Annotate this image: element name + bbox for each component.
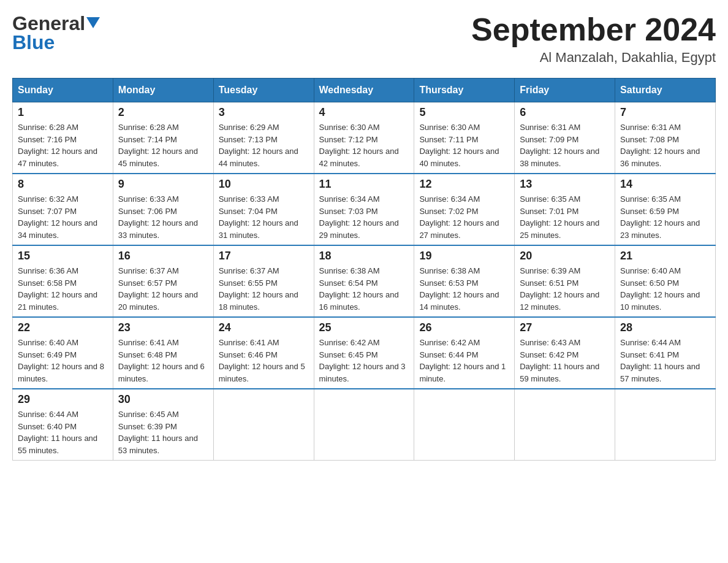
- table-row: 4Sunrise: 6:30 AM Sunset: 7:12 PM Daylig…: [314, 102, 414, 174]
- day-number: 7: [620, 106, 710, 119]
- day-info: Sunrise: 6:38 AM Sunset: 6:53 PM Dayligh…: [419, 265, 509, 313]
- table-row: 28Sunrise: 6:44 AM Sunset: 6:41 PM Dayli…: [615, 317, 716, 389]
- header-sunday: Sunday: [13, 79, 113, 102]
- day-info: Sunrise: 6:40 AM Sunset: 6:49 PM Dayligh…: [18, 337, 108, 385]
- header-thursday: Thursday: [414, 79, 515, 102]
- day-info: Sunrise: 6:30 AM Sunset: 7:12 PM Dayligh…: [319, 121, 409, 169]
- table-row: 7Sunrise: 6:31 AM Sunset: 7:08 PM Daylig…: [615, 102, 716, 174]
- day-number: 5: [419, 106, 509, 119]
- day-info: Sunrise: 6:44 AM Sunset: 6:40 PM Dayligh…: [18, 408, 108, 456]
- table-row: 18Sunrise: 6:38 AM Sunset: 6:54 PM Dayli…: [314, 245, 414, 317]
- day-number: 22: [18, 321, 108, 334]
- day-number: 13: [520, 178, 610, 191]
- table-row: 22Sunrise: 6:40 AM Sunset: 6:49 PM Dayli…: [13, 317, 113, 389]
- header-tuesday: Tuesday: [213, 79, 314, 102]
- day-info: Sunrise: 6:42 AM Sunset: 6:44 PM Dayligh…: [419, 337, 509, 385]
- table-row: 24Sunrise: 6:41 AM Sunset: 6:46 PM Dayli…: [213, 317, 314, 389]
- table-row: 29Sunrise: 6:44 AM Sunset: 6:40 PM Dayli…: [13, 389, 113, 461]
- table-row: 13Sunrise: 6:35 AM Sunset: 7:01 PM Dayli…: [515, 174, 615, 245]
- logo-blue-text: Blue: [12, 31, 55, 54]
- table-row: 16Sunrise: 6:37 AM Sunset: 6:57 PM Dayli…: [113, 245, 213, 317]
- day-info: Sunrise: 6:41 AM Sunset: 6:48 PM Dayligh…: [118, 337, 208, 385]
- day-number: 24: [219, 321, 309, 334]
- day-info: Sunrise: 6:41 AM Sunset: 6:46 PM Dayligh…: [219, 337, 309, 385]
- table-row: 14Sunrise: 6:35 AM Sunset: 6:59 PM Dayli…: [615, 174, 716, 245]
- day-info: Sunrise: 6:30 AM Sunset: 7:11 PM Dayligh…: [419, 121, 509, 169]
- day-number: 30: [118, 393, 208, 406]
- table-row: 5Sunrise: 6:30 AM Sunset: 7:11 PM Daylig…: [414, 102, 515, 174]
- table-row: 15Sunrise: 6:36 AM Sunset: 6:58 PM Dayli…: [13, 245, 113, 317]
- day-info: Sunrise: 6:28 AM Sunset: 7:14 PM Dayligh…: [118, 121, 208, 169]
- header-saturday: Saturday: [615, 79, 716, 102]
- table-row: 27Sunrise: 6:43 AM Sunset: 6:42 PM Dayli…: [515, 317, 615, 389]
- table-row: 1Sunrise: 6:28 AM Sunset: 7:16 PM Daylig…: [13, 102, 113, 174]
- day-number: 25: [319, 321, 409, 334]
- page-header: General Blue September 2024 Al Manzalah,…: [12, 12, 716, 66]
- day-info: Sunrise: 6:45 AM Sunset: 6:39 PM Dayligh…: [118, 408, 208, 456]
- location-subtitle: Al Manzalah, Dakahlia, Egypt: [471, 50, 716, 66]
- table-row: [213, 389, 314, 461]
- header-monday: Monday: [113, 79, 213, 102]
- calendar-header-row: Sunday Monday Tuesday Wednesday Thursday…: [13, 79, 716, 102]
- day-number: 18: [319, 250, 409, 262]
- day-number: 20: [520, 250, 610, 262]
- table-row: 19Sunrise: 6:38 AM Sunset: 6:53 PM Dayli…: [414, 245, 515, 317]
- day-info: Sunrise: 6:33 AM Sunset: 7:04 PM Dayligh…: [219, 193, 309, 241]
- day-number: 19: [419, 250, 509, 262]
- month-title: September 2024: [471, 12, 716, 47]
- table-row: 21Sunrise: 6:40 AM Sunset: 6:50 PM Dayli…: [615, 245, 716, 317]
- day-info: Sunrise: 6:38 AM Sunset: 6:54 PM Dayligh…: [319, 265, 409, 313]
- day-info: Sunrise: 6:34 AM Sunset: 7:02 PM Dayligh…: [419, 193, 509, 241]
- table-row: 10Sunrise: 6:33 AM Sunset: 7:04 PM Dayli…: [213, 174, 314, 245]
- table-row: [314, 389, 414, 461]
- table-row: 20Sunrise: 6:39 AM Sunset: 6:51 PM Dayli…: [515, 245, 615, 317]
- day-number: 10: [219, 178, 309, 191]
- table-row: [515, 389, 615, 461]
- day-info: Sunrise: 6:32 AM Sunset: 7:07 PM Dayligh…: [18, 193, 108, 241]
- table-row: 23Sunrise: 6:41 AM Sunset: 6:48 PM Dayli…: [113, 317, 213, 389]
- logo: General Blue: [12, 12, 100, 54]
- table-row: 6Sunrise: 6:31 AM Sunset: 7:09 PM Daylig…: [515, 102, 615, 174]
- logo-arrow-icon: [86, 17, 100, 31]
- table-row: 8Sunrise: 6:32 AM Sunset: 7:07 PM Daylig…: [13, 174, 113, 245]
- title-area: September 2024 Al Manzalah, Dakahlia, Eg…: [471, 12, 716, 66]
- table-row: 30Sunrise: 6:45 AM Sunset: 6:39 PM Dayli…: [113, 389, 213, 461]
- table-row: [615, 389, 716, 461]
- day-info: Sunrise: 6:34 AM Sunset: 7:03 PM Dayligh…: [319, 193, 409, 241]
- day-info: Sunrise: 6:42 AM Sunset: 6:45 PM Dayligh…: [319, 337, 409, 385]
- day-info: Sunrise: 6:39 AM Sunset: 6:51 PM Dayligh…: [520, 265, 610, 313]
- day-number: 2: [118, 106, 208, 119]
- day-info: Sunrise: 6:43 AM Sunset: 6:42 PM Dayligh…: [520, 337, 610, 385]
- day-info: Sunrise: 6:40 AM Sunset: 6:50 PM Dayligh…: [620, 265, 710, 313]
- day-number: 17: [219, 250, 309, 262]
- day-number: 3: [219, 106, 309, 119]
- day-number: 27: [520, 321, 610, 334]
- day-info: Sunrise: 6:37 AM Sunset: 6:55 PM Dayligh…: [219, 265, 309, 313]
- calendar-table: Sunday Monday Tuesday Wednesday Thursday…: [12, 78, 716, 461]
- day-info: Sunrise: 6:44 AM Sunset: 6:41 PM Dayligh…: [620, 337, 710, 385]
- day-number: 12: [419, 178, 509, 191]
- day-number: 9: [118, 178, 208, 191]
- day-number: 8: [18, 178, 108, 191]
- svg-marker-0: [86, 17, 100, 28]
- day-info: Sunrise: 6:31 AM Sunset: 7:08 PM Dayligh…: [620, 121, 710, 169]
- table-row: 12Sunrise: 6:34 AM Sunset: 7:02 PM Dayli…: [414, 174, 515, 245]
- table-row: 2Sunrise: 6:28 AM Sunset: 7:14 PM Daylig…: [113, 102, 213, 174]
- day-number: 1: [18, 106, 108, 119]
- day-number: 15: [18, 250, 108, 262]
- day-info: Sunrise: 6:29 AM Sunset: 7:13 PM Dayligh…: [219, 121, 309, 169]
- day-number: 21: [620, 250, 710, 262]
- day-number: 6: [520, 106, 610, 119]
- table-row: 25Sunrise: 6:42 AM Sunset: 6:45 PM Dayli…: [314, 317, 414, 389]
- day-info: Sunrise: 6:31 AM Sunset: 7:09 PM Dayligh…: [520, 121, 610, 169]
- day-info: Sunrise: 6:37 AM Sunset: 6:57 PM Dayligh…: [118, 265, 208, 313]
- day-number: 11: [319, 178, 409, 191]
- day-number: 23: [118, 321, 208, 334]
- day-info: Sunrise: 6:35 AM Sunset: 6:59 PM Dayligh…: [620, 193, 710, 241]
- day-number: 4: [319, 106, 409, 119]
- table-row: 17Sunrise: 6:37 AM Sunset: 6:55 PM Dayli…: [213, 245, 314, 317]
- table-row: [414, 389, 515, 461]
- table-row: 11Sunrise: 6:34 AM Sunset: 7:03 PM Dayli…: [314, 174, 414, 245]
- day-number: 26: [419, 321, 509, 334]
- table-row: 3Sunrise: 6:29 AM Sunset: 7:13 PM Daylig…: [213, 102, 314, 174]
